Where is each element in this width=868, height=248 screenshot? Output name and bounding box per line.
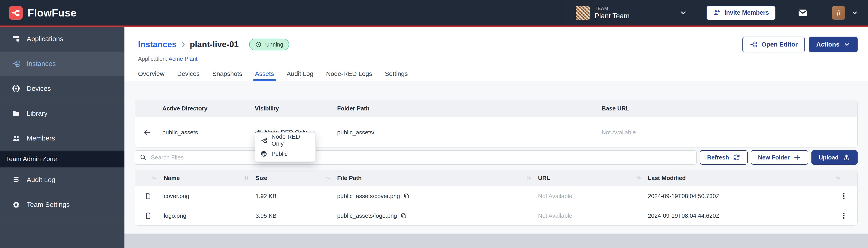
file-last-modified: 2024-09-19T08:04:44.620Z: [648, 212, 719, 219]
sort-size-icon[interactable]: [243, 175, 250, 181]
team-selector[interactable]: TEAM: Plant Team: [563, 0, 696, 26]
tab-audit-log[interactable]: Audit Log: [287, 67, 313, 81]
devices-icon: [12, 84, 20, 93]
sort-file-path-icon[interactable]: [325, 175, 331, 181]
tab-settings[interactable]: Settings: [385, 67, 408, 81]
breadcrumb-instances-link[interactable]: Instances: [138, 40, 177, 49]
sidebar-item-label: Team Settings: [27, 201, 70, 209]
user-menu[interactable]: fl: [820, 0, 868, 26]
chevron-right-icon: [180, 41, 187, 48]
play-circle-icon: [255, 41, 262, 48]
sidebar-item-devices[interactable]: Devices: [0, 76, 124, 101]
new-folder-label: New Folder: [758, 154, 790, 161]
sidebar-item-applications[interactable]: Applications: [0, 27, 124, 51]
files-table: Name Size File Path URL Last Modified co…: [135, 170, 858, 226]
column-name: Name: [164, 174, 180, 181]
sidebar-item-instances[interactable]: Instances: [0, 51, 124, 76]
chevron-down-icon: [680, 9, 687, 16]
column-file-path: File Path: [337, 174, 362, 181]
refresh-label: Refresh: [707, 154, 729, 161]
dropdown-option-node-red-only[interactable]: Node-RED Only: [255, 134, 315, 147]
invite-wrap: Invite Members: [696, 0, 786, 26]
tab-devices[interactable]: Devices: [177, 67, 200, 81]
page-header: Instances plant-live-01 running: [124, 27, 868, 81]
tab-snapshots[interactable]: Snapshots: [212, 67, 242, 81]
invite-members-label: Invite Members: [724, 9, 769, 16]
actions-label: Actions: [816, 41, 839, 48]
application-label: Application:: [138, 56, 167, 62]
file-row-cover: cover.png 1.92 KB public_assets/cover.pn…: [135, 186, 857, 206]
team-avatar: [576, 6, 590, 20]
tab-assets[interactable]: Assets: [255, 67, 274, 81]
file-size: 1.92 KB: [255, 192, 277, 200]
files-toolbar: Refresh New Folder Upload: [135, 150, 858, 165]
team-name: Plant Team: [595, 12, 630, 20]
team-settings-icon: [12, 200, 20, 209]
sort-actions-icon[interactable]: [835, 175, 841, 181]
sidebar-item-label: Audit Log: [27, 176, 56, 184]
topbar-right: TEAM: Plant Team Invite Members: [563, 0, 868, 26]
notifications-button[interactable]: [786, 0, 820, 26]
column-visibility: Visibility: [255, 105, 279, 112]
sidebar-item-library[interactable]: Library: [0, 101, 124, 126]
column-base-url: Base URL: [602, 105, 629, 112]
sidebar-item-label: Applications: [27, 35, 63, 43]
file-size: 3.95 KB: [255, 212, 277, 219]
file-name: logo.png: [164, 212, 186, 219]
sidebar-item-team-settings[interactable]: Team Settings: [0, 192, 124, 217]
files-table-header: Name Size File Path URL Last Modified: [135, 170, 857, 186]
file-path: public_assets/logo.png: [337, 212, 397, 219]
back-arrow-button[interactable]: [143, 128, 151, 136]
upload-button[interactable]: Upload: [811, 150, 858, 165]
page-title: plant-live-01: [190, 40, 239, 49]
sidebar-item-label: Members: [27, 134, 55, 142]
folder-path-value: public_assets/: [337, 129, 374, 136]
instance-tabs: Overview Devices Snapshots Assets Audit …: [138, 67, 408, 81]
application-link[interactable]: Acme Plant: [168, 56, 197, 62]
chevron-down-icon: [851, 9, 858, 16]
invite-members-button[interactable]: Invite Members: [706, 6, 776, 20]
file-path-cell: public_assets/logo.png: [337, 212, 407, 219]
title-actions: Open Editor Actions: [742, 37, 858, 52]
row-menu-kebab-icon[interactable]: [840, 192, 848, 200]
base-url-value: Not Available: [602, 129, 636, 136]
sort-url-icon[interactable]: [526, 175, 532, 181]
sort-last-modified-icon[interactable]: [636, 175, 642, 181]
column-folder-path: Folder Path: [337, 105, 370, 112]
column-active-directory: Active Directory: [162, 105, 207, 112]
sidebar-item-label: Devices: [27, 85, 51, 93]
active-directory-card: Active Directory Visibility Folder Path …: [135, 100, 858, 148]
application-row: Application: Acme Plant: [138, 56, 858, 62]
dropdown-option-public[interactable]: Public: [255, 147, 315, 161]
refresh-button[interactable]: Refresh: [700, 150, 748, 165]
node-red-icon: [260, 137, 268, 144]
status-label: running: [265, 41, 283, 48]
assets-panel: Active Directory Visibility Folder Path …: [124, 81, 868, 248]
refresh-icon: [733, 153, 740, 161]
copy-path-icon[interactable]: [400, 212, 407, 219]
sidebar-item-audit-log[interactable]: Audit Log: [0, 168, 124, 192]
visibility-dropdown-menu: Node-RED Only Public: [255, 132, 316, 162]
sidebar: Applications Instances Devices Library M…: [0, 27, 124, 248]
active-directory-header: Active Directory Visibility Folder Path …: [135, 100, 857, 117]
column-url: URL: [538, 174, 550, 181]
applications-icon: [12, 35, 20, 43]
main-content: Instances plant-live-01 running: [124, 27, 868, 248]
search-input[interactable]: [151, 154, 692, 161]
search-box: [135, 150, 697, 165]
sort-name-icon[interactable]: [151, 175, 157, 181]
file-path-cell: public_assets/cover.png: [337, 192, 410, 200]
library-icon: [12, 109, 20, 118]
tab-overview[interactable]: Overview: [138, 67, 164, 81]
globe-icon: [260, 150, 268, 157]
upload-icon: [843, 153, 850, 161]
open-editor-button[interactable]: Open Editor: [742, 37, 805, 52]
row-menu-kebab-icon[interactable]: [840, 212, 848, 219]
status-badge: running: [249, 39, 289, 50]
top-header: FlowFuse TEAM: Plant Team: [0, 0, 868, 26]
sidebar-item-members[interactable]: Members: [0, 126, 124, 151]
new-folder-button[interactable]: New Folder: [751, 150, 808, 165]
actions-button[interactable]: Actions: [809, 37, 858, 52]
copy-path-icon[interactable]: [403, 193, 410, 200]
tab-node-red-logs[interactable]: Node-RED Logs: [326, 67, 372, 81]
